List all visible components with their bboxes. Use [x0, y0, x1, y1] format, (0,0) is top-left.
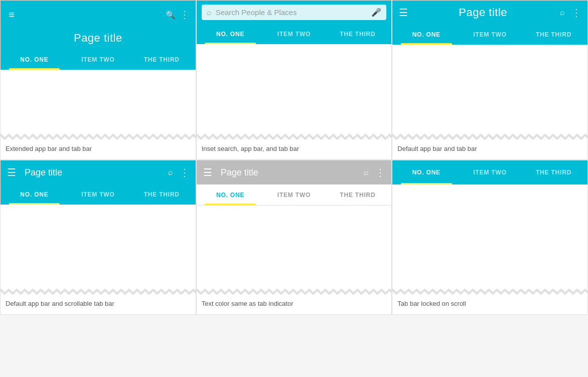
card-5-caption: Text color same as tab indicator — [197, 295, 392, 314]
tabbar-3: NO. ONE ITEM TWO THE THIRD — [392, 25, 587, 45]
tab-the-third-1[interactable]: THE THIRD — [130, 50, 194, 70]
appbar-gray-5: ☰ Page title ⌕ ⋮ — [197, 160, 392, 184]
more-icon[interactable] — [178, 8, 192, 22]
tab-item-two-6[interactable]: ITEM TWO — [458, 160, 522, 184]
tabbar-6: NO. ONE ITEM TWO THE THIRD — [392, 160, 587, 184]
tab-the-third-2[interactable]: THE THIRD — [326, 24, 389, 44]
card-2-body — [197, 44, 392, 140]
card-3-caption: Default app bar and tab bar — [392, 140, 587, 159]
appbar-default-3: ☰ Page title ⌕ ⋮ — [392, 1, 587, 25]
more-icon-5[interactable]: ⋮ — [373, 165, 387, 179]
search-icon-inline: ⌕ — [207, 8, 212, 17]
tab-no-one-5[interactable]: NO. ONE — [199, 184, 262, 205]
appbar-title-5: Page title — [221, 167, 360, 178]
tab-the-third-3[interactable]: THE THIRD — [522, 25, 585, 45]
card-1-caption: Extended app bar and tab bar — [1, 140, 196, 159]
card-1-header: Page title NO. ONE ITEM TWO THE THIRD — [1, 1, 196, 70]
card-inset-search: ⌕ Search People & Places 🎤 NO. ONE ITEM … — [196, 0, 392, 160]
appbar-title-3: Page title — [410, 6, 555, 19]
tabbar-2: NO. ONE ITEM TWO THE THIRD — [197, 24, 392, 44]
search-input-container: ⌕ Search People & Places 🎤 — [202, 5, 387, 20]
card-3-body — [392, 45, 587, 140]
search-icon-3[interactable]: ⌕ — [555, 6, 569, 20]
card-5-header: ☰ Page title ⌕ ⋮ NO. ONE ITEM TWO THE TH… — [197, 160, 392, 206]
tab-item-two-1[interactable]: ITEM TWO — [66, 50, 130, 70]
card-text-color-tab: ☰ Page title ⌕ ⋮ NO. ONE ITEM TWO THE TH… — [196, 160, 392, 315]
card-6-header: NO. ONE ITEM TWO THE THIRD — [392, 160, 587, 184]
tab-item-two-4[interactable]: ITEM TWO — [66, 184, 130, 205]
card-2-caption: Inset search, app bar, and tab bar — [197, 140, 392, 159]
menu-icon-3[interactable]: ☰ — [396, 6, 410, 20]
card-4-caption: Default app bar and scrollable tab bar — [1, 295, 196, 314]
search-icon[interactable] — [164, 8, 178, 22]
card-scrollable-tabbar: ☰ Page title ⌕ ⋮ NO. ONE ITEM TWO THE TH… — [0, 160, 196, 315]
more-icon-4[interactable]: ⋮ — [178, 165, 192, 179]
menu-icon[interactable] — [5, 8, 19, 22]
card-extended-appbar: Page title NO. ONE ITEM TWO THE THIRD Ex… — [0, 0, 196, 160]
tab-no-one-4[interactable]: NO. ONE — [3, 184, 66, 205]
search-icon-5[interactable]: ⌕ — [359, 165, 373, 179]
extended-title-row: Page title — [1, 29, 196, 50]
appbar-extended — [1, 1, 196, 29]
appbar-default-4: ☰ Page title ⌕ ⋮ — [1, 160, 196, 184]
tab-no-one-2[interactable]: NO. ONE — [199, 24, 262, 44]
tabbar-1: NO. ONE ITEM TWO THE THIRD — [1, 50, 196, 70]
menu-icon-4[interactable]: ☰ — [5, 165, 19, 179]
card-4-header: ☰ Page title ⌕ ⋮ NO. ONE ITEM TWO THE TH… — [1, 160, 196, 205]
tab-item-two-3[interactable]: ITEM TWO — [458, 25, 522, 45]
tab-the-third-5[interactable]: THE THIRD — [326, 184, 389, 205]
tab-no-one-6[interactable]: NO. ONE — [394, 160, 458, 184]
tab-item-two-5[interactable]: ITEM TWO — [262, 184, 326, 205]
card-3-header: ☰ Page title ⌕ ⋮ NO. ONE ITEM TWO THE TH… — [392, 1, 587, 45]
more-icon-3[interactable]: ⋮ — [569, 6, 583, 20]
search-bar: ⌕ Search People & Places 🎤 — [197, 1, 392, 24]
card-default-appbar: ☰ Page title ⌕ ⋮ NO. ONE ITEM TWO THE TH… — [392, 0, 588, 160]
main-grid: Page title NO. ONE ITEM TWO THE THIRD Ex… — [0, 0, 588, 315]
tabbar-4: NO. ONE ITEM TWO THE THIRD — [1, 184, 196, 205]
tab-the-third-4[interactable]: THE THIRD — [130, 184, 194, 205]
tabbar-5: NO. ONE ITEM TWO THE THIRD — [197, 184, 392, 206]
appbar-title: Page title — [1, 32, 196, 45]
tab-no-one-3[interactable]: NO. ONE — [394, 25, 458, 45]
card-4-body — [1, 205, 196, 295]
tab-item-two-2[interactable]: ITEM TWO — [262, 24, 326, 44]
menu-icon-5[interactable]: ☰ — [201, 165, 215, 179]
card-tab-locked: NO. ONE ITEM TWO THE THIRD Tab bar locke… — [392, 160, 588, 315]
appbar-title-4: Page title — [25, 167, 164, 178]
tab-the-third-6[interactable]: THE THIRD — [522, 160, 585, 184]
card-5-body — [197, 206, 392, 295]
search-placeholder[interactable]: Search People & Places — [216, 8, 368, 17]
search-icon-4[interactable]: ⌕ — [164, 165, 178, 179]
card-6-caption: Tab bar locked on scroll — [392, 295, 587, 314]
tab-no-one-1[interactable]: NO. ONE — [3, 50, 66, 70]
card-1-body — [1, 70, 196, 140]
mic-icon: 🎤 — [371, 8, 381, 17]
card-6-body — [392, 184, 587, 295]
card-2-header: ⌕ Search People & Places 🎤 NO. ONE ITEM … — [197, 1, 392, 44]
